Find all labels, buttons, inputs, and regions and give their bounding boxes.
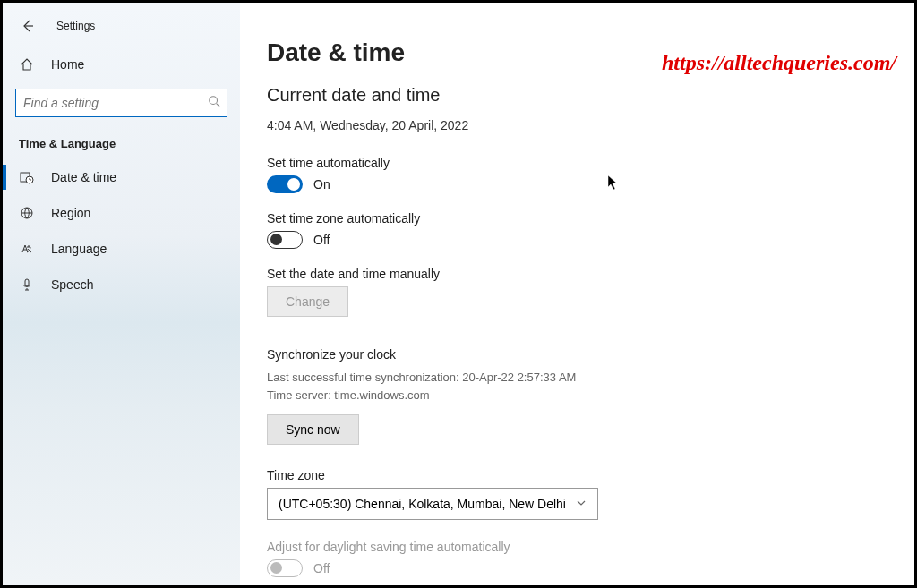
category-heading: Time & Language — [3, 133, 240, 159]
chevron-down-icon — [576, 497, 587, 511]
set-time-auto-label: Set time automatically — [267, 156, 887, 170]
microphone-icon — [19, 277, 35, 293]
app-title: Settings — [56, 20, 95, 32]
sidebar-header: Settings — [3, 10, 240, 49]
arrow-left-icon — [21, 19, 35, 33]
search-container — [15, 89, 227, 117]
dst-toggle — [267, 559, 303, 577]
set-time-auto-state: On — [313, 177, 330, 192]
set-tz-auto-state: Off — [313, 233, 330, 247]
watermark-url: https://alltechqueries.com/ — [662, 51, 896, 75]
sidebar-item-speech[interactable]: Speech — [3, 267, 240, 303]
sidebar-item-label: Region — [51, 206, 90, 220]
sync-server-line: Time server: time.windows.com — [267, 387, 887, 405]
set-tz-auto-label: Set time zone automatically — [267, 211, 887, 226]
timezone-dropdown[interactable]: (UTC+05:30) Chennai, Kolkata, Mumbai, Ne… — [267, 488, 598, 520]
calendar-clock-icon — [19, 169, 35, 185]
current-datetime: 4:04 AM, Wednesday, 20 April, 2022 — [267, 118, 887, 132]
sync-title: Synchronize your clock — [267, 347, 887, 362]
set-tz-auto-toggle[interactable] — [267, 231, 303, 249]
timezone-label: Time zone — [267, 468, 887, 482]
change-button: Change — [267, 286, 348, 317]
sync-now-button[interactable]: Sync now — [267, 414, 359, 445]
sync-last-line: Last successful time synchronization: 20… — [267, 369, 887, 387]
timezone-value: (UTC+05:30) Chennai, Kolkata, Mumbai, Ne… — [279, 497, 566, 511]
globe-icon — [19, 205, 35, 221]
home-nav[interactable]: Home — [3, 49, 240, 80]
sidebar-item-language[interactable]: Language — [3, 231, 240, 267]
manual-time-label: Set the date and time manually — [267, 267, 887, 281]
sidebar-item-region[interactable]: Region — [3, 195, 240, 231]
sidebar-item-label: Language — [51, 242, 107, 256]
dst-state: Off — [313, 561, 330, 575]
search-icon — [208, 95, 220, 111]
home-label: Home — [51, 57, 84, 72]
svg-rect-4 — [25, 279, 29, 286]
dst-label: Adjust for daylight saving time automati… — [267, 540, 887, 554]
back-button[interactable] — [17, 15, 39, 37]
set-time-auto-toggle[interactable] — [267, 175, 303, 193]
search-input[interactable] — [15, 89, 227, 117]
sidebar-item-date-time[interactable]: Date & time — [3, 159, 240, 195]
main-content: https://alltechqueries.com/ Date & time … — [240, 3, 914, 585]
language-icon — [19, 241, 35, 257]
svg-point-0 — [210, 97, 218, 105]
home-icon — [19, 56, 35, 72]
sidebar: Settings Home Time & Language Date & tim… — [3, 3, 240, 585]
sidebar-item-label: Speech — [51, 277, 93, 292]
section-subtitle: Current date and time — [267, 85, 887, 106]
sidebar-item-label: Date & time — [51, 170, 116, 184]
